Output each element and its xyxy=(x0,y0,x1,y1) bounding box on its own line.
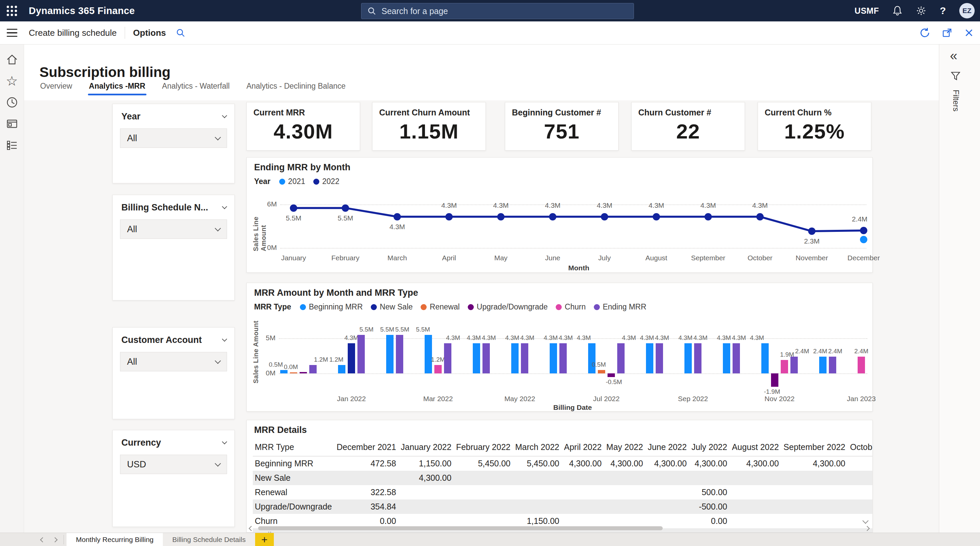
data-point-2022-march[interactable] xyxy=(393,213,401,220)
app-title[interactable]: Dynamics 365 Finance xyxy=(29,5,135,16)
tab-analytics-declining-balance[interactable]: Analytics - Declining Balance xyxy=(247,81,346,95)
data-point-2022-february[interactable] xyxy=(342,204,349,212)
bar-ending-mar-2022[interactable] xyxy=(444,343,451,374)
bar-renewal-jul-2022[interactable] xyxy=(598,370,605,374)
column-header-octob[interactable]: Octob xyxy=(850,438,872,457)
column-header-march-2022[interactable]: March 2022 xyxy=(515,438,564,457)
column-header-mrr-type[interactable]: MRR Type xyxy=(253,438,337,457)
add-page-button[interactable]: + xyxy=(255,533,274,546)
data-point-2022-june[interactable] xyxy=(549,213,556,220)
report-page-tab-monthly-recurring-billing[interactable]: Monthly Recurring Billing xyxy=(67,533,163,546)
column-header-may-2022[interactable]: May 2022 xyxy=(606,438,648,457)
column-header-december-2021[interactable]: December 2021 xyxy=(337,438,401,457)
column-header-august-2022[interactable]: August 2022 xyxy=(732,438,783,457)
bar-churn-nov-2022[interactable] xyxy=(781,360,788,374)
report-page-tab-billing-schedule-details[interactable]: Billing Schedule Details xyxy=(163,533,255,546)
bar-ending-dec-2022[interactable] xyxy=(829,357,836,374)
legend-item-upgrade-downgrade[interactable]: Upgrade/Downgrade xyxy=(468,302,548,311)
bar-ending-aug-2022[interactable] xyxy=(655,343,663,374)
slicer-dropdown[interactable]: All xyxy=(120,128,227,148)
legend-item-ending-mrr[interactable]: Ending MRR xyxy=(594,302,646,311)
bar-ending-apr-2022[interactable] xyxy=(482,343,490,374)
data-point-2022-january[interactable] xyxy=(290,204,297,212)
slicer-dropdown[interactable]: All xyxy=(120,219,227,239)
create-billing-schedule-button[interactable]: Create billing schedule xyxy=(29,28,117,38)
company-selector[interactable]: USMF xyxy=(854,6,879,16)
horizontal-scrollbar[interactable] xyxy=(250,525,870,531)
modules-list-icon[interactable] xyxy=(5,139,19,152)
bar-ending-dec-2021[interactable] xyxy=(309,365,317,374)
bar-beginning-sep-2022[interactable] xyxy=(684,343,692,374)
bar-beginning-dec-2022[interactable] xyxy=(819,357,827,374)
legend-item-new-sale[interactable]: New Sale xyxy=(371,302,413,311)
scrollbar-thumb[interactable] xyxy=(258,526,663,530)
bar-beginning-feb-2022[interactable] xyxy=(386,335,393,374)
star-favorites-icon[interactable]: ☆ xyxy=(5,74,19,88)
chevron-down-icon[interactable] xyxy=(222,439,228,445)
bar-beginning-aug-2022[interactable] xyxy=(646,343,653,374)
kpi-card-churn-customer[interactable]: Churn Customer #22 xyxy=(631,102,745,150)
bar-ending-feb-2022[interactable] xyxy=(396,335,403,374)
data-point-2022-august[interactable] xyxy=(653,213,660,220)
user-avatar[interactable]: EZ xyxy=(959,3,975,18)
bar-beginning-mar-2022[interactable] xyxy=(425,335,432,374)
column-header-april-2022[interactable]: April 2022 xyxy=(564,438,606,457)
column-header-september-2022[interactable]: September 2022 xyxy=(783,438,850,457)
filter-funnel-icon[interactable] xyxy=(951,71,961,82)
bar-beginning-jul-2022[interactable] xyxy=(588,343,595,374)
column-header-june-2022[interactable]: June 2022 xyxy=(648,438,692,457)
bar-ending-oct-2022[interactable] xyxy=(733,343,740,374)
bar-ending-jul-2022[interactable] xyxy=(617,343,625,374)
next-page-arrow-icon[interactable] xyxy=(52,537,58,542)
open-in-new-window-icon[interactable] xyxy=(942,27,953,38)
chevron-down-icon[interactable] xyxy=(222,337,228,342)
refresh-icon[interactable] xyxy=(919,27,931,38)
data-point-2022-april[interactable] xyxy=(445,213,453,220)
global-search-input[interactable]: Search for a page xyxy=(361,3,634,19)
app-launcher-waffle-icon[interactable] xyxy=(0,0,24,21)
options-menu-button[interactable]: Options xyxy=(133,28,166,38)
column-header-january-2022[interactable]: January 2022 xyxy=(401,438,457,457)
bar-updown-dec-2021[interactable] xyxy=(299,372,307,374)
data-point-2022-november[interactable] xyxy=(808,228,816,235)
previous-page-arrow-icon[interactable] xyxy=(40,537,46,542)
bar-churn-mar-2022[interactable] xyxy=(434,365,442,374)
tab-analytics-mrr[interactable]: Analytics -MRR xyxy=(89,81,145,95)
slicer-dropdown[interactable]: USD xyxy=(120,455,227,474)
column-header-february-2022[interactable]: February 2022 xyxy=(456,438,515,457)
data-point-2022-december[interactable] xyxy=(860,227,867,234)
close-icon[interactable] xyxy=(964,28,974,38)
bar-ending-nov-2022[interactable] xyxy=(791,357,798,374)
data-point-2022-may[interactable] xyxy=(497,213,504,220)
kpi-card-beginning-customer[interactable]: Beginning Customer #751 xyxy=(505,102,619,150)
bar-churn-jan-2023[interactable] xyxy=(858,357,865,374)
bar-newsale-jan-2022[interactable] xyxy=(348,343,355,374)
filters-pane-label[interactable]: Filters xyxy=(951,89,961,112)
recent-clock-icon[interactable] xyxy=(5,96,19,109)
kpi-card-current-churn[interactable]: Current Churn %1.25% xyxy=(758,102,871,150)
bar-ending-jun-2022[interactable] xyxy=(559,343,567,374)
data-point-2022-october[interactable] xyxy=(756,213,764,220)
help-icon[interactable]: ? xyxy=(940,5,946,16)
hamburger-menu-icon[interactable] xyxy=(0,21,24,44)
chevron-down-icon[interactable] xyxy=(222,113,228,118)
notifications-bell-icon[interactable] xyxy=(892,5,902,16)
data-point-2021-december[interactable] xyxy=(860,236,867,243)
bar-beginning-jun-2022[interactable] xyxy=(550,343,557,374)
tab-analytics-waterfall[interactable]: Analytics - Waterfall xyxy=(162,81,230,95)
bar-beginning-nov-2022[interactable] xyxy=(761,343,769,374)
column-header-july-2022[interactable]: July 2022 xyxy=(692,438,732,457)
legend-item-churn[interactable]: Churn xyxy=(556,302,586,311)
bar-ending-sep-2022[interactable] xyxy=(694,343,702,374)
bar-beginning-apr-2022[interactable] xyxy=(473,343,480,374)
command-search-icon[interactable] xyxy=(176,28,185,37)
slicer-dropdown[interactable]: All xyxy=(120,352,227,371)
bar-ending-may-2022[interactable] xyxy=(521,343,528,374)
bar-updown-nov-2022[interactable] xyxy=(771,374,778,387)
expand-filters-chevron-icon[interactable]: « xyxy=(950,49,957,62)
bar-beginning-jan-2022[interactable] xyxy=(338,365,345,374)
kpi-card-current-churn-amount[interactable]: Current Churn Amount1.15M xyxy=(372,102,486,150)
data-point-2022-july[interactable] xyxy=(601,213,608,220)
settings-gear-icon[interactable] xyxy=(916,5,926,16)
kpi-card-current-mrr[interactable]: Current MRR4.30M xyxy=(247,102,360,150)
